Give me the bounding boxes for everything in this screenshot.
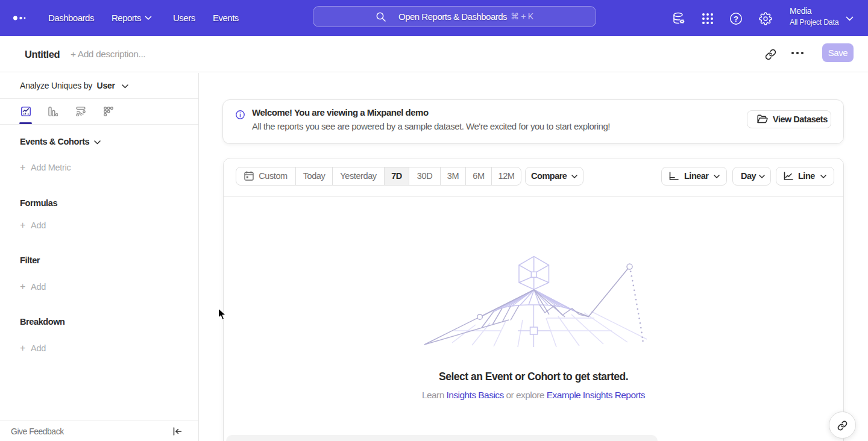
svg-text:?: ? <box>734 14 738 23</box>
